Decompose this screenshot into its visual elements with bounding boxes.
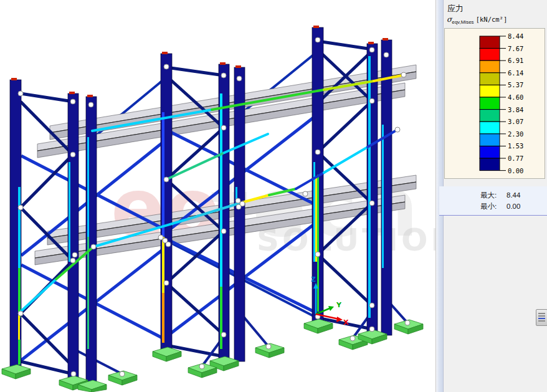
min-value-row: 最小: 0.00 [439,201,547,212]
column [367,42,378,332]
svg-text:2.30: 2.30 [508,130,523,138]
axis-z-label: Z [311,275,316,284]
results-panel: 应力 σeqv,Mises [kN/cm²] [444,0,547,392]
panel-title: 应力 [447,3,464,14]
svg-text:7.67: 7.67 [508,45,523,52]
svg-text:3.84: 3.84 [508,106,523,113]
column [234,65,245,361]
min-label: 最小: [480,201,503,212]
color-scale-bar [480,36,500,171]
svg-text:8.44: 8.44 [508,32,523,40]
color-scale-legend: 8.44 7.67 6.91 6.14 5.37 4.60 3.84 3.07 … [444,28,545,179]
base-plate [2,365,31,379]
max-label: 最大: [480,189,503,201]
base-plate [153,347,181,361]
svg-text:1.53: 1.53 [508,142,523,150]
axis-x-label: X [343,318,349,327]
column [161,52,172,349]
fea-structure-render: eo tecn SOLUTIONS [0,0,435,392]
extreme-values-box: 最大: 8.44 最小: 0.00 [439,186,547,216]
max-value-row: 最大: 8.44 [439,189,547,201]
svg-text:6.14: 6.14 [508,69,523,77]
axis-y-label: Y [336,301,342,309]
model-viewport[interactable]: eo tecn SOLUTIONS [0,0,435,392]
legend-values: 8.44 7.67 6.91 6.14 5.37 4.60 3.84 3.07 … [508,32,523,174]
legend-ticks [500,36,506,171]
application-window: eo tecn SOLUTIONS [0,0,547,392]
column [86,95,97,382]
max-value: 8.44 [507,189,520,201]
list-icon [538,313,545,314]
column [10,78,21,366]
min-value: 0.00 [507,201,520,212]
svg-text:0.00: 0.00 [508,167,523,174]
svg-text:5.37: 5.37 [508,81,523,88]
svg-text:0.77: 0.77 [508,155,523,162]
panel-options-button[interactable] [536,309,547,326]
column [68,92,78,378]
svg-text:4.60: 4.60 [508,93,523,101]
svg-text:3.07: 3.07 [508,118,523,125]
result-quantity-label: σeqv,Mises [kN/cm²] [447,15,507,25]
column [381,38,392,335]
svg-text:6.91: 6.91 [508,57,523,64]
